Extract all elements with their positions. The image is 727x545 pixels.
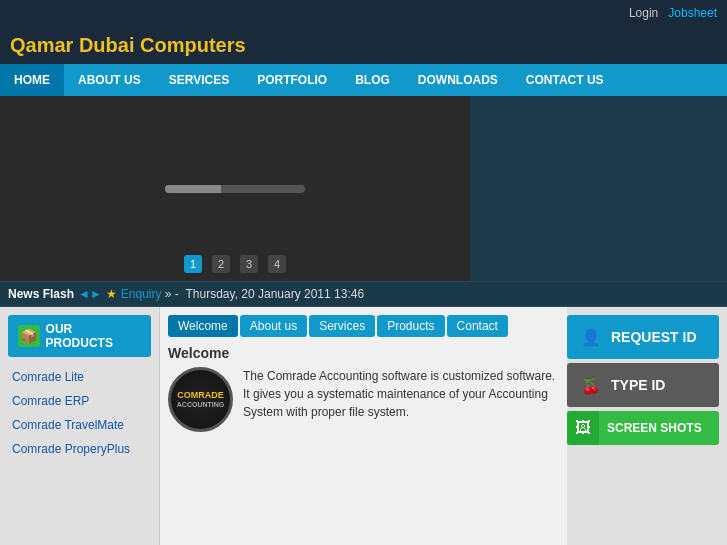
slider-progress bbox=[165, 185, 305, 193]
nav-item-contact-us[interactable]: CONTACT US bbox=[512, 64, 618, 96]
tab-services[interactable]: Services bbox=[309, 315, 375, 337]
request-id-label: REQUEST ID bbox=[611, 329, 697, 345]
nav-item-downloads[interactable]: DOWNLOADS bbox=[404, 64, 512, 96]
login-link[interactable]: Login bbox=[629, 6, 658, 20]
our-products-label: OUR PRODUCTS bbox=[46, 322, 141, 350]
nav-item-services[interactable]: SERVICES bbox=[155, 64, 243, 96]
screenshots-icon: 🖼 bbox=[567, 411, 599, 445]
welcome-text: The Comrade Accounting software is custo… bbox=[243, 367, 559, 421]
slider-dot-3[interactable]: 3 bbox=[240, 255, 258, 273]
our-products-icon: 📦 bbox=[18, 325, 40, 347]
slider-dot-2[interactable]: 2 bbox=[212, 255, 230, 273]
screenshots-button[interactable]: 🖼 SCREEN SHOTS bbox=[567, 411, 719, 445]
slider-progress-bar bbox=[165, 185, 221, 193]
comrade-logo: COMRADE ACCOUNTING bbox=[168, 367, 233, 432]
news-flash-label: News Flash bbox=[8, 287, 74, 301]
nav-item-home[interactable]: HOME bbox=[0, 64, 64, 96]
welcome-title: Welcome bbox=[168, 345, 559, 361]
sidebar-link-comrade-travelmate[interactable]: Comrade TravelMate bbox=[0, 413, 159, 437]
slider-dots: 1234 bbox=[0, 255, 470, 273]
site-title: Qamar Dubai Computers bbox=[0, 26, 727, 64]
jobsheet-link[interactable]: Jobsheet bbox=[668, 6, 717, 20]
slider-dot-1[interactable]: 1 bbox=[184, 255, 202, 273]
type-id-label: TYPE ID bbox=[611, 377, 665, 393]
news-flash: News Flash ◄► ★ Enquiry » - Thursday, 20… bbox=[0, 281, 727, 307]
center-content: WelcomeAbout usServicesProductsContact W… bbox=[160, 307, 567, 545]
sidebar-link-comrade-lite[interactable]: Comrade Lite bbox=[0, 365, 159, 389]
news-flash-arrows: ◄► bbox=[78, 287, 102, 301]
sidebar: 📦 OUR PRODUCTS Comrade LiteComrade ERPCo… bbox=[0, 307, 160, 545]
top-bar: Login Jobsheet bbox=[0, 0, 727, 26]
nav-item-blog[interactable]: BLOG bbox=[341, 64, 404, 96]
tab-products[interactable]: Products bbox=[377, 315, 444, 337]
comrade-logo-text: COMRADE ACCOUNTING bbox=[177, 390, 224, 409]
sidebar-links: Comrade LiteComrade ERPComrade TravelMat… bbox=[0, 365, 159, 461]
slider-area: 1234 bbox=[0, 96, 727, 281]
slider-left bbox=[0, 96, 470, 281]
news-flash-star: ★ bbox=[106, 287, 117, 301]
tab-welcome[interactable]: Welcome bbox=[168, 315, 238, 337]
our-products-button[interactable]: 📦 OUR PRODUCTS bbox=[8, 315, 151, 357]
right-panel: 👤 REQUEST ID 🍒 TYPE ID 🖼 SCREEN SHOTS bbox=[567, 307, 727, 545]
main-content: 📦 OUR PRODUCTS Comrade LiteComrade ERPCo… bbox=[0, 307, 727, 545]
tab-contact[interactable]: Contact bbox=[447, 315, 508, 337]
site-title-text: Qamar Dubai Computers bbox=[10, 34, 246, 57]
type-id-icon: 🍒 bbox=[579, 373, 603, 397]
request-id-icon: 👤 bbox=[579, 325, 603, 349]
request-id-button[interactable]: 👤 REQUEST ID bbox=[567, 315, 719, 359]
nav: HOMEABOUT USSERVICESPORTFOLIOBLOGDOWNLOA… bbox=[0, 64, 727, 96]
sidebar-link-comrade-properyplus[interactable]: Comrade ProperyPlus bbox=[0, 437, 159, 461]
welcome-body: COMRADE ACCOUNTING The Comrade Accountin… bbox=[168, 367, 559, 432]
slider-dot-4[interactable]: 4 bbox=[268, 255, 286, 273]
slider-right bbox=[470, 96, 727, 281]
nav-item-portfolio[interactable]: PORTFOLIO bbox=[243, 64, 341, 96]
nav-item-about-us[interactable]: ABOUT US bbox=[64, 64, 155, 96]
news-flash-sep: » - bbox=[161, 287, 185, 301]
news-flash-enquiry[interactable]: Enquiry bbox=[121, 287, 162, 301]
sidebar-link-comrade-erp[interactable]: Comrade ERP bbox=[0, 389, 159, 413]
screenshots-label: SCREEN SHOTS bbox=[599, 413, 710, 443]
tab-about-us[interactable]: About us bbox=[240, 315, 307, 337]
type-id-button[interactable]: 🍒 TYPE ID bbox=[567, 363, 719, 407]
news-flash-timestamp: Thursday, 20 January 2011 13:46 bbox=[186, 287, 365, 301]
tabs-bar: WelcomeAbout usServicesProductsContact bbox=[168, 315, 559, 337]
